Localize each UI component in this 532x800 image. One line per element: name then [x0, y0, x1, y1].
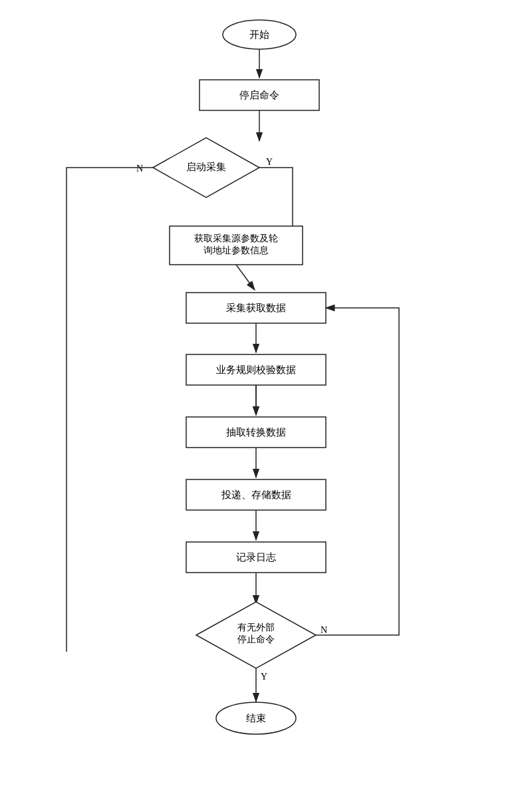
- flowchart-diagram: 开始 停启命令 启动采集 Y N 获取采集源参数及轮 询地址参数信息: [0, 0, 532, 800]
- n-path-right: [316, 308, 399, 635]
- start-label: 开始: [249, 29, 269, 40]
- flowchart-svg: 开始 停启命令 启动采集 Y N 获取采集源参数及轮 询地址参数信息: [0, 0, 532, 800]
- stop-check-label-2: 停止命令: [237, 634, 275, 644]
- log-label: 记录日志: [236, 552, 276, 563]
- arrow-getparams-collect: [236, 265, 255, 290]
- get-params-label-2: 询地址参数信息: [203, 245, 269, 255]
- start-collect-label: 启动采集: [186, 162, 226, 172]
- y-label-1: Y: [266, 157, 273, 167]
- n-label-1: N: [136, 164, 143, 174]
- collect-data-label: 采集获取数据: [226, 303, 286, 313]
- y-label-2: Y: [261, 672, 267, 682]
- end-label: 结束: [246, 713, 266, 724]
- validate-label: 业务规则校验数据: [216, 364, 296, 375]
- n-label-2: N: [321, 625, 327, 635]
- n-path-left: [66, 168, 153, 652]
- transform-label: 抽取转换数据: [226, 427, 286, 438]
- store-label: 投递、存储数据: [221, 489, 291, 500]
- stop-check-label-1: 有无外部: [237, 622, 275, 632]
- stop-cmd-label: 停启命令: [239, 90, 279, 100]
- get-params-label-1: 获取采集源参数及轮: [194, 233, 278, 243]
